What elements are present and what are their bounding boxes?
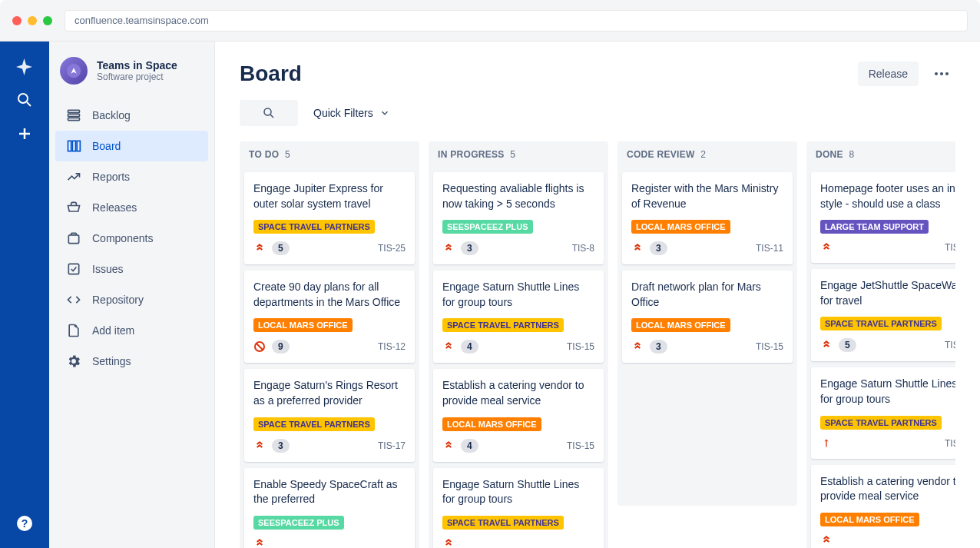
svg-rect-7 [68,110,80,112]
issue-key: TIS-25 [378,243,406,254]
column-count: 2 [700,149,706,160]
issue-card[interactable]: Engage Saturn Shuttle Lines for group to… [811,367,955,458]
issue-card[interactable]: Engage Saturn's Rings Resort as a prefer… [244,369,415,461]
issue-card[interactable]: Establish a catering vendor to provide m… [433,369,604,461]
issue-key: TIS-68 [945,242,955,253]
issue-key: TIS-8 [572,243,594,254]
card-title: Engage Saturn Shuttle Lines for group to… [442,477,594,507]
product-logo-icon[interactable] [15,57,34,75]
issue-card[interactable]: Engage Jupiter Express for outer solar s… [244,172,415,264]
card-label: SPACE TRAVEL PARTNERS [253,220,375,234]
project-type: Software project [97,71,204,82]
close-window-icon[interactable] [12,16,22,25]
sidebar-item-board[interactable]: Board [55,131,208,161]
board-search-input[interactable] [240,100,298,126]
global-nav-rail: ? [0,42,49,548]
sidebar-item-label: Board [92,140,121,152]
issue-key: TIS-15 [567,440,594,451]
url-bar[interactable]: confluence.teamsinspace.com [65,10,968,32]
issues-icon [66,261,81,277]
page-title: Board [240,61,302,86]
column-code-review: CODE REVIEW 2Register with the Mars Mini… [617,141,797,548]
card-label: Local Mars Office [253,318,353,332]
project-header[interactable]: Teams in Space Software project [49,57,214,100]
main-header: Board Release [240,60,955,88]
svg-rect-8 [68,114,80,116]
issue-card[interactable]: Draft network plan for Mars OfficeLocal … [622,271,793,363]
sidebar-item-label: Add item [92,324,134,337]
column-body[interactable]: Engage Jupiter Express for outer solar s… [240,168,419,548]
issue-card[interactable]: Enable Speedy SpaceCraft as the preferre… [244,468,415,548]
sidebar-item-backlog[interactable]: Backlog [55,100,208,131]
repository-icon [66,292,81,307]
column-count: 5 [285,149,290,160]
svg-point-18 [940,72,943,75]
issue-card[interactable]: Engage Saturn Shuttle Lines for group to… [433,468,604,548]
story-points: 5 [839,338,856,352]
card-title: Create 90 day plans for all departments … [253,280,406,310]
issue-card[interactable]: Homepage footer uses an inline style - s… [811,172,955,263]
sidebar-item-add-item[interactable]: Add item [55,315,208,346]
add-item-icon [66,323,81,338]
column-header: DONE 8 [806,141,955,168]
kanban-board: TO DO 5Engage Jupiter Express for outer … [240,141,955,548]
issue-card[interactable]: Engage Saturn Shuttle Lines for group to… [433,271,604,363]
card-label: Space Travel Partners [820,317,942,330]
sidebar-item-label: Issues [92,263,123,275]
url-text: confluence.teamsinspace.com [74,15,209,26]
column-body[interactable]: Requesting avaliable flights is now taki… [429,168,608,548]
sidebar-item-reports[interactable]: Reports [55,161,208,192]
create-icon[interactable] [15,125,34,143]
search-icon[interactable] [15,91,34,109]
board-icon [66,138,81,154]
help-icon[interactable]: ? [15,514,34,533]
sidebar-item-label: Reports [92,171,130,183]
more-menu-button[interactable] [928,60,955,88]
card-label: Space Travel Partners [442,318,564,332]
maximize-window-icon[interactable] [43,16,52,25]
release-button[interactable]: Release [858,61,919,86]
project-sidebar: Teams in Space Software project BacklogB… [49,42,215,548]
svg-rect-11 [72,141,75,151]
card-title: Homepage footer uses an inline style - s… [820,181,955,211]
sidebar-item-settings[interactable]: Settings [55,346,208,377]
quick-filters-dropdown[interactable]: Quick Filters [313,107,390,119]
issue-key: TIS-17 [378,440,406,451]
card-label: Local Mars Office [820,513,919,526]
backlog-icon [66,108,81,123]
svg-text:?: ? [22,517,28,530]
column-header: IN PROGRESS 5 [429,141,608,168]
issue-card[interactable]: Engage JetShuttle SpaceWays for travelSp… [811,269,955,361]
card-title: Establish a catering vendor to provide m… [442,378,594,408]
sidebar-item-repository[interactable]: Repository [55,284,208,315]
card-label: Large Team Support [820,220,929,234]
reports-icon [66,169,81,184]
column-body[interactable]: Register with the Mars Ministry of Reven… [617,168,797,506]
minimize-window-icon[interactable] [28,16,37,25]
svg-rect-9 [68,118,80,120]
sidebar-item-label: Components [92,232,153,244]
issue-key: TIS-23 [945,340,955,350]
sidebar-item-label: Releases [92,201,137,214]
column-body[interactable]: Homepage footer uses an inline style - s… [806,168,955,548]
priority-highest-icon [820,339,833,351]
main-content: Board Release Quick Filters TO DO 5Engag… [215,42,980,548]
sidebar-item-components[interactable]: Components [55,223,208,254]
issue-card[interactable]: Register with the Mars Ministry of Reven… [622,172,793,264]
svg-rect-14 [68,264,78,274]
card-title: Draft network plan for Mars Office [631,280,783,310]
priority-highest-icon [442,340,455,353]
issue-card[interactable]: Requesting avaliable flights is now taki… [433,172,604,264]
priority-highest-icon [253,440,266,452]
priority-highest-icon [820,241,833,254]
priority-highest-icon [820,534,833,546]
story-points: 9 [272,340,290,354]
sidebar-item-releases[interactable]: Releases [55,192,208,223]
priority-highest-icon [253,537,266,548]
issue-card[interactable]: Establish a catering vendor to provide m… [811,465,955,548]
card-title: Register with the Mars Ministry of Reven… [631,181,783,211]
priority-highest-icon [442,537,455,548]
issue-card[interactable]: Create 90 day plans for all departments … [244,271,415,363]
svg-line-1 [27,102,31,106]
sidebar-item-issues[interactable]: Issues [55,254,208,284]
